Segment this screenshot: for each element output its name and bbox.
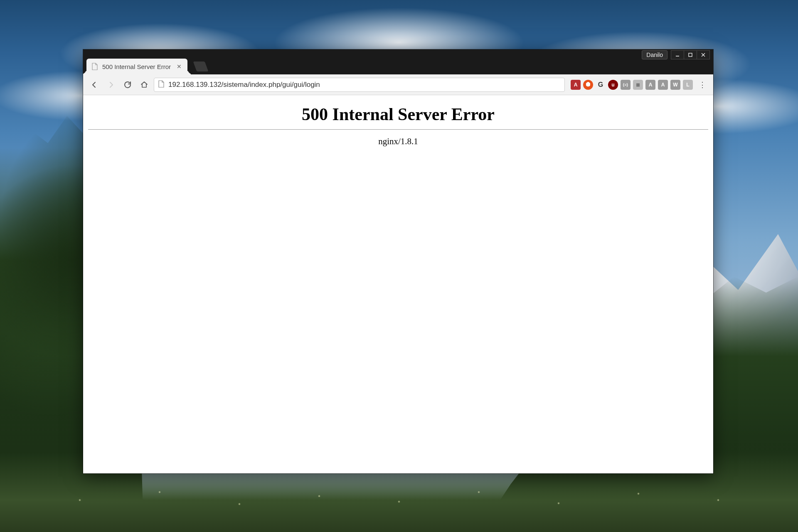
tab-strip: 500 Internal Server Error ✕ Danilo (83, 55, 713, 74)
maximize-button[interactable] (684, 50, 697, 59)
server-signature: nginx/1.8.1 (88, 136, 708, 147)
forward-button[interactable] (104, 78, 118, 92)
close-tab-icon[interactable]: ✕ (177, 64, 182, 69)
server-icon[interactable]: ≣ (633, 80, 643, 90)
url-input[interactable] (168, 81, 560, 89)
address-bar[interactable] (154, 78, 565, 92)
angular-devtools-icon[interactable]: A (645, 80, 655, 90)
tab-title: 500 Internal Server Error (102, 63, 171, 70)
ublock-icon[interactable]: u (608, 80, 618, 90)
window-controls: Danilo (642, 50, 710, 59)
svg-rect-1 (689, 53, 692, 57)
braces-icon[interactable]: {≡} (621, 80, 631, 90)
page-icon (91, 62, 98, 71)
error-heading: 500 Internal Server Error (88, 104, 708, 124)
chrome-menu-icon[interactable]: ⋮ (695, 80, 709, 89)
w-extension-icon[interactable]: W (670, 80, 680, 90)
reload-button[interactable] (121, 78, 135, 92)
grammarly-icon[interactable]: G (596, 80, 606, 90)
browser-tab-active[interactable]: 500 Internal Server Error ✕ (86, 59, 187, 74)
extension-icons: A G u {≡} ≣ A A W L (571, 80, 693, 90)
page-content: 500 Internal Server Error nginx/1.8.1 (83, 95, 713, 473)
l-extension-icon[interactable]: L (683, 80, 693, 90)
window-titlebar[interactable] (83, 49, 713, 55)
site-info-icon[interactable] (158, 80, 164, 89)
close-window-button[interactable] (697, 50, 710, 59)
brave-icon[interactable] (583, 80, 593, 90)
home-button[interactable] (137, 78, 151, 92)
minimize-button[interactable] (671, 50, 684, 59)
new-tab-button[interactable] (193, 62, 209, 71)
browser-window: 500 Internal Server Error ✕ Danilo (83, 49, 713, 473)
browser-toolbar: A G u {≡} ≣ A A W L ⋮ (83, 74, 713, 95)
user-profile-badge[interactable]: Danilo (642, 50, 667, 59)
a-extension-icon[interactable]: A (658, 80, 668, 90)
divider (88, 129, 708, 130)
angular-icon[interactable]: A (571, 80, 581, 90)
back-button[interactable] (87, 78, 101, 92)
